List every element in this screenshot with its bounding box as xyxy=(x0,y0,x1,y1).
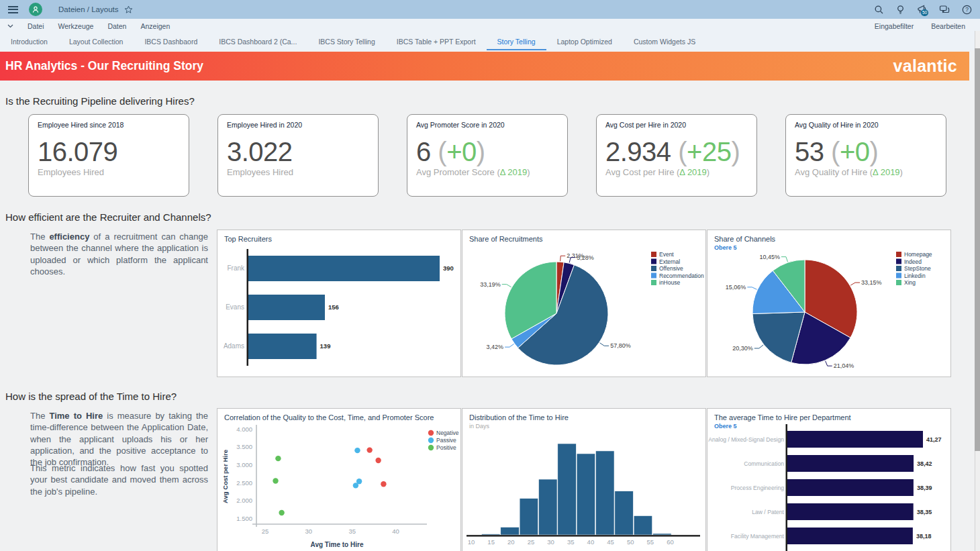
chart-title: Top Recruiters xyxy=(224,235,272,243)
svg-text:inHouse: inHouse xyxy=(659,279,680,286)
kpi-value: 2.934 (+25) xyxy=(605,138,748,166)
top-n-filter-link[interactable]: Obere 5 xyxy=(714,244,737,251)
menu-item-datei[interactable]: Datei xyxy=(28,22,44,30)
chart-canvas-share-of-channels[interactable]: 33,15%21,04%20,30%15,06%10,45%HomepageIn… xyxy=(707,230,950,377)
search-icon[interactable] xyxy=(874,5,884,15)
svg-text:25: 25 xyxy=(528,538,535,546)
svg-text:Adams: Adams xyxy=(224,342,244,350)
scrollbar-thumb[interactable] xyxy=(975,48,980,451)
svg-text:StepStone: StepStone xyxy=(904,265,931,272)
kpi-card-hired-2020[interactable]: Employee Hired in 2020 3.022 Employees H… xyxy=(217,114,379,197)
svg-text:55: 55 xyxy=(647,538,654,546)
svg-text:30: 30 xyxy=(547,538,554,546)
svg-text:Passive: Passive xyxy=(436,437,456,444)
svg-text:139: 139 xyxy=(320,342,331,350)
kpi-value: 16.079 xyxy=(38,138,180,166)
svg-text:3.000: 3.000 xyxy=(236,461,252,468)
kpi-card-quality-of-hire[interactable]: Avg Quality of Hire in 2020 53 (+0) Avg … xyxy=(785,114,946,197)
time-to-hire-paragraph-2: This metric indicates how fast you spott… xyxy=(30,462,208,497)
svg-text:Law / Patent: Law / Patent xyxy=(752,509,784,515)
tab-bar: Introduction Layout Collection IBCS Dash… xyxy=(0,34,980,50)
svg-text:3,42%: 3,42% xyxy=(487,344,504,350)
help-icon[interactable]: ? xyxy=(962,5,972,15)
menu-item-werkzeuge[interactable]: Werkzeuge xyxy=(58,22,94,30)
svg-text:Positive: Positive xyxy=(436,444,456,451)
tab-custom-widgets-js[interactable]: Custom Widgets JS xyxy=(623,34,706,50)
chart-canvas-quality-correlation[interactable]: 1.5002.0002.5003.0003.5004.00025303540Ne… xyxy=(217,409,460,551)
svg-text:60: 60 xyxy=(667,538,674,546)
tab-story-telling[interactable]: Story Telling xyxy=(487,34,546,50)
page-title: HR Analytics - Our Recruiting Story xyxy=(5,59,203,73)
chart-canvas-time-to-hire-distribution[interactable]: 1015202530354045505560 xyxy=(462,409,705,551)
announcements-icon[interactable]: 50 xyxy=(917,5,928,15)
tab-laptop-optimized[interactable]: Laptop Optimized xyxy=(546,34,623,50)
svg-text:45: 45 xyxy=(607,538,614,546)
chart-canvas-avg-time-per-department[interactable]: Analog / Mixed-Signal Design41,27Communi… xyxy=(707,409,950,551)
svg-text:33,19%: 33,19% xyxy=(480,281,501,288)
breadcrumb[interactable]: Dateien / Layouts xyxy=(58,5,119,13)
chart-title: Distribution of the Time to Hire xyxy=(469,413,569,421)
tab-ibcs-dashboard[interactable]: IBCS Dashbaord xyxy=(134,34,208,50)
vertical-scrollbar[interactable] xyxy=(975,31,980,551)
kpi-card-cost-per-hire[interactable]: Avg Cost per Hire in 2020 2.934 (+25) Av… xyxy=(596,114,757,197)
kpi-card-hired-since-2018[interactable]: Employee Hired since 2018 16.079 Employe… xyxy=(28,114,189,197)
discussions-icon[interactable] xyxy=(939,5,950,15)
menu-bar: Datei Werkzeuge Daten Anzeigen Eingabefi… xyxy=(0,19,980,34)
person-icon xyxy=(32,5,40,13)
svg-text:33,15%: 33,15% xyxy=(861,279,882,286)
top-n-filter-link[interactable]: Obere 5 xyxy=(714,423,737,430)
chart-panel-avg-time-per-department: The average Time to Hire per Department … xyxy=(707,408,951,551)
topbar-actions: 50 ? xyxy=(874,5,972,15)
svg-text:20,30%: 20,30% xyxy=(732,345,753,352)
kpi-value: 3.022 xyxy=(227,138,369,166)
chart-canvas-share-of-recruitments[interactable]: 2,31%3,28%57,80%3,42%33,19%EventExternal… xyxy=(462,230,705,377)
kpi-sublabel: Avg Cost per Hire (Δ 2019) xyxy=(605,167,748,177)
menu-icon[interactable] xyxy=(8,6,18,13)
menu-right-group: Eingabefilter Bearbeiten xyxy=(875,22,965,30)
chart-panel-quality-correlation: Correlation of the Quality to the Cost, … xyxy=(217,408,461,551)
tab-introduction[interactable]: Introduction xyxy=(0,34,58,50)
svg-text:2.500: 2.500 xyxy=(236,479,252,487)
lightbulb-icon[interactable] xyxy=(895,5,905,15)
tab-ibcs-table-ppt-export[interactable]: IBCS Table + PPT Export xyxy=(386,34,487,50)
menu-item-anzeigen[interactable]: Anzeigen xyxy=(140,22,170,30)
avatar[interactable] xyxy=(29,3,42,16)
chevron-down-icon[interactable] xyxy=(7,24,13,28)
chart-canvas-top-recruiters[interactable]: Frank390Evans156Adams139 xyxy=(217,230,460,377)
favorite-star-icon[interactable] xyxy=(124,5,133,14)
menu-item-daten[interactable]: Daten xyxy=(107,22,126,30)
svg-text:External: External xyxy=(659,258,680,265)
chart-panel-time-to-hire-distribution: Distribution of the Time to Hire in Days… xyxy=(462,408,706,551)
kpi-value: 53 (+0) xyxy=(795,138,937,166)
chart-title: Share of Channels xyxy=(714,235,775,243)
kpi-sublabel: Avg Promoter Score (Δ 2019) xyxy=(416,167,558,177)
menu-item-eingabefilter[interactable]: Eingabefilter xyxy=(875,22,914,30)
kpi-title: Avg Quality of Hire in 2020 xyxy=(795,121,937,129)
svg-text:Negative: Negative xyxy=(436,430,459,436)
kpi-card-promoter-score[interactable]: Avg Promoter Score in 2020 6 (+0) Avg Pr… xyxy=(407,114,568,197)
svg-text:Linkedin: Linkedin xyxy=(904,272,926,279)
svg-text:35: 35 xyxy=(348,528,356,535)
valantic-logo: valantic xyxy=(893,56,957,76)
svg-text:156: 156 xyxy=(328,303,339,311)
svg-text:Offensive: Offensive xyxy=(659,265,683,272)
svg-text:35: 35 xyxy=(567,538,575,546)
svg-text:Process Engineering: Process Engineering xyxy=(731,485,785,491)
kpi-sublabel: Employees Hired xyxy=(38,167,180,177)
kpi-title: Avg Promoter Score in 2020 xyxy=(416,121,558,129)
chart-panel-share-of-channels: Share of Channels Obere 5 33,15%21,04%20… xyxy=(707,230,951,377)
tab-ibcs-story-telling[interactable]: IBCS Story Telling xyxy=(307,34,385,50)
kpi-value: 6 (+0) xyxy=(416,138,558,166)
svg-text:38,39: 38,39 xyxy=(917,485,932,491)
menu-item-bearbeiten[interactable]: Bearbeiten xyxy=(931,22,965,30)
svg-text:?: ? xyxy=(965,6,969,13)
top-bar: Dateien / Layouts 50 ? xyxy=(0,0,980,19)
tab-ibcs-dashboard-2[interactable]: IBCS Dashboard 2 (Ca... xyxy=(208,34,307,50)
svg-text:Event: Event xyxy=(659,251,674,258)
kpi-title: Avg Cost per Hire in 2020 xyxy=(605,121,748,129)
svg-text:38,18: 38,18 xyxy=(916,533,932,540)
tab-layout-collection[interactable]: Layout Collection xyxy=(58,34,134,50)
svg-text:Xing: Xing xyxy=(904,279,916,286)
kpi-sublabel: Avg Quality of Hire (Δ 2019) xyxy=(795,167,937,177)
svg-text:15: 15 xyxy=(487,538,495,546)
